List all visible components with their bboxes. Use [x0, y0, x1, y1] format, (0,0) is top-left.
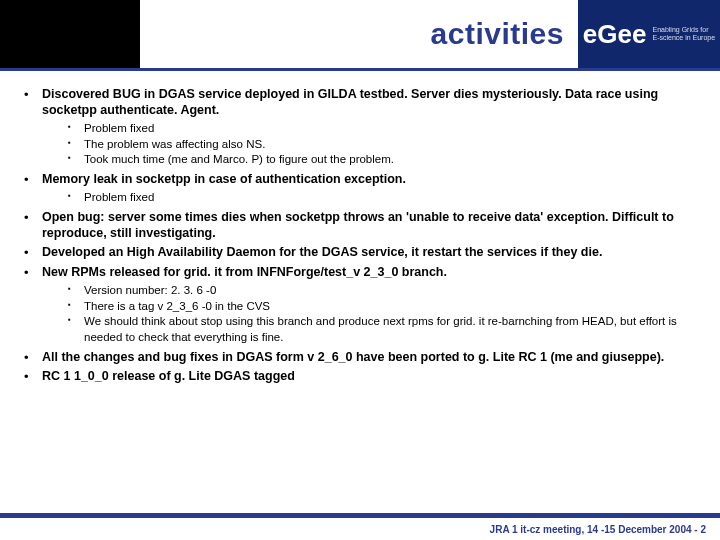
list-item: Open bug: server some times dies when so… [20, 210, 700, 241]
sub-list-item: There is a tag v 2_3_6 -0 in the CVS [66, 299, 700, 315]
bullet-list: Discovered BUG in DGAS service deployed … [20, 87, 700, 385]
list-item: RC 1 1_0_0 release of g. Lite DGAS tagge… [20, 369, 700, 385]
egee-logo-subtitle: Enabling Grids for E-science in Europe [652, 26, 715, 42]
sub-list-item: Problem fixed [66, 121, 700, 137]
sub-list-item: We should think about stop using this br… [66, 314, 700, 345]
list-item-text: Open bug: server some times dies when so… [42, 210, 700, 241]
sub-list: Version number: 2. 3. 6 -0There is a tag… [66, 283, 700, 345]
list-item-text: Discovered BUG in DGAS service deployed … [42, 87, 700, 118]
list-item: All the changes and bug fixes in DGAS fo… [20, 350, 700, 366]
egee-logo-text: eGee [583, 19, 647, 50]
sub-list-item: Took much time (me and Marco. P) to figu… [66, 152, 700, 168]
list-item-text: All the changes and bug fixes in DGAS fo… [42, 350, 700, 366]
sub-list-item: The problem was affecting also NS. [66, 137, 700, 153]
list-item-text: Developed an High Availability Daemon fo… [42, 245, 700, 261]
slide-title: activities [431, 17, 564, 51]
sub-list: Problem fixedThe problem was affecting a… [66, 121, 700, 168]
header-black-box [0, 0, 140, 68]
egee-logo: eGee Enabling Grids for E-science in Eur… [578, 0, 720, 68]
logo-sub-line1: Enabling Grids for [652, 26, 708, 33]
list-item: New RPMs released for grid. it from INFN… [20, 265, 700, 346]
list-item-text: Memory leak in socketpp in case of authe… [42, 172, 700, 188]
logo-sub-line2: E-science in Europe [652, 34, 715, 41]
footer-text: JRA 1 it-cz meeting, 14 -15 December 200… [490, 524, 706, 535]
slide-content: Discovered BUG in DGAS service deployed … [0, 71, 720, 385]
sub-list: Problem fixed [66, 190, 700, 206]
list-item-text: RC 1 1_0_0 release of g. Lite DGAS tagge… [42, 369, 700, 385]
list-item: Discovered BUG in DGAS service deployed … [20, 87, 700, 168]
list-item: Memory leak in socketpp in case of authe… [20, 172, 700, 206]
list-item-text: New RPMs released for grid. it from INFN… [42, 265, 700, 281]
slide-header: activities eGee Enabling Grids for E-sci… [0, 0, 720, 68]
footer-bar [0, 513, 720, 518]
list-item: Developed an High Availability Daemon fo… [20, 245, 700, 261]
header-title-area: activities [140, 0, 578, 68]
sub-list-item: Problem fixed [66, 190, 700, 206]
sub-list-item: Version number: 2. 3. 6 -0 [66, 283, 700, 299]
